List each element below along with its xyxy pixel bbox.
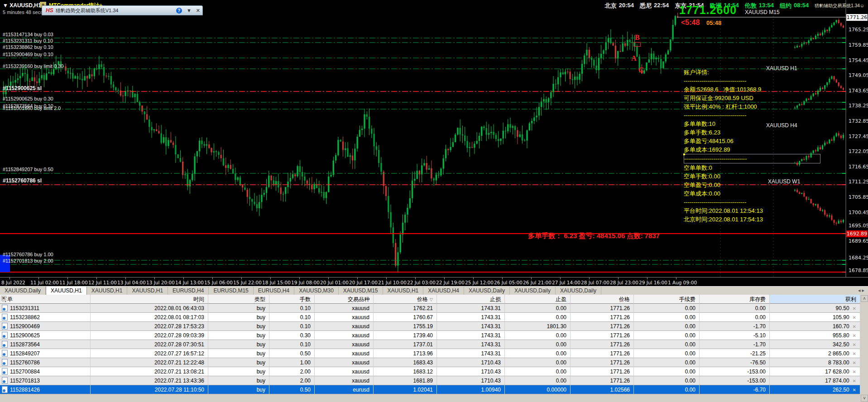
chart-tab[interactable]: EURUSD,H4 [168, 287, 209, 295]
close-order-icon[interactable]: ✕ [853, 351, 856, 356]
table-header-cell[interactable]: 库存费 [700, 295, 770, 304]
mini-chart-label: XAUUSD H1 [766, 65, 797, 72]
orders-panel-close-icon[interactable]: ✕ [1, 296, 6, 301]
table-header-cell[interactable]: 手续费 [634, 295, 700, 304]
table-cell: 0.00 [505, 358, 571, 367]
table-cell: 2022.07.28 07:30:51 [91, 340, 208, 349]
time-axis-label: 20 Jul 17:00 [349, 280, 378, 285]
chart-tab[interactable]: XAUUSD,Daily [464, 287, 510, 295]
time-axis-tick [502, 278, 503, 279]
table-cell: 1771.26 [571, 358, 634, 367]
table-scroll-up-button[interactable]: ˄ [861, 295, 868, 302]
table-cell: 1153238862 [0, 313, 91, 322]
time-axis-label: 13 Jul 04:00 [117, 280, 146, 285]
close-order-icon[interactable]: ✕ [853, 378, 856, 383]
close-order-icon[interactable]: ✕ [853, 315, 856, 320]
table-row[interactable]: 11527008842022.07.21 13:08:21buy2.00xauu… [0, 367, 860, 376]
symbol-period-dropdown[interactable]: ▼ XAUUSD,H1 [3, 2, 41, 9]
dialog-close-icon[interactable]: ✕ [196, 8, 200, 14]
time-axis-tick [647, 278, 647, 279]
chart-tab[interactable]: XAUUSD,H1 [46, 287, 87, 295]
chart-tab[interactable]: XAUUSD,Daily [556, 287, 601, 295]
main-chart: ▼ XAUUSD,H1 + MTCommander统计+ 5 minutes 4… [0, 0, 868, 277]
table-cell: 0.00 [700, 304, 770, 313]
chart-tab[interactable]: XAUUSD,H1 [383, 287, 424, 295]
table-row[interactable]: 11528735642022.07.28 07:30:51buy0.10xauu… [0, 340, 860, 349]
table-cell: 160.70✕ [770, 322, 860, 331]
table-row[interactable]: 11527607862022.07.21 12:22:48buy1.00xauu… [0, 358, 860, 367]
chart-tab[interactable]: XAUUSD,H4 [423, 287, 464, 295]
table-cell: 1152700884 [0, 367, 91, 376]
table-cell: 0.30 [269, 331, 315, 340]
world-clock-item: 纽约08:54 [780, 2, 809, 10]
table-cell: 0.10 [269, 304, 315, 313]
chart-tab[interactable]: XAUUSD,M30 [294, 287, 339, 295]
table-cell: buy [208, 322, 269, 331]
time-axis-label: 22 Jul 19:00 [436, 280, 465, 285]
assistant-dialog-titlebar[interactable]: HS 猎豹趋势交易辅助系统V1.34 ? ▼ ✕ [42, 5, 203, 15]
chart-tab[interactable]: EURUSD,M15 [209, 287, 253, 295]
table-cell: buy [208, 340, 269, 349]
table-row[interactable]: 11532388622022.08.01 08:17:03buy0.10xauu… [0, 313, 860, 322]
order-doc-icon [2, 350, 8, 357]
close-order-icon[interactable]: ✕ [853, 324, 856, 329]
time-axis-label: 22 Jul 03:00 [407, 280, 436, 285]
table-scroll-down-button[interactable]: ˅ [861, 395, 868, 402]
chart-tab[interactable]: EURUSD,H4 [254, 287, 294, 295]
close-order-icon[interactable]: ✕ [853, 360, 856, 365]
table-cell: buy [208, 304, 269, 313]
table-header-cell[interactable]: 手数 [269, 295, 315, 304]
tab-scroll-arrows[interactable]: ◂ ▸ [858, 287, 868, 295]
table-cell: buy [208, 385, 269, 394]
chart-tab[interactable]: XAUUSD,M15 [339, 287, 383, 295]
price-axis-label: 1743.65 [849, 88, 868, 94]
chart-tab[interactable]: XAUUSD,Daily [510, 287, 556, 295]
table-header-cell[interactable]: 价格▽ [374, 295, 437, 304]
table-header-cell[interactable]: 价格 [571, 295, 634, 304]
table-header-cell[interactable]: 订单 [0, 295, 91, 304]
time-axis-label: 15 Jul 22:00 [233, 280, 262, 285]
table-cell: 0.00 [505, 304, 571, 313]
table-cell: buy [208, 358, 269, 367]
table-header-cell[interactable]: 类型 [208, 295, 269, 304]
time-axis-tick [241, 278, 242, 279]
table-cell: 1152900625 [0, 331, 91, 340]
table-cell: -21.25 [700, 349, 770, 358]
table-row[interactable]: 11532313112022.08.01 06:43:03buy0.10xauu… [0, 304, 860, 313]
table-row[interactable]: 11527018132022.07.21 13:43:36buy2.00xauu… [0, 376, 860, 385]
table-row[interactable]: 11529006252022.07.28 09:03:39buy0.30xauu… [0, 331, 860, 340]
time-axis-label: 27 Jul 14:00 [552, 280, 580, 285]
close-order-icon[interactable]: ✕ [853, 333, 856, 338]
table-header-cell[interactable]: 时间 [91, 295, 208, 304]
close-order-icon[interactable]: ✕ [853, 388, 856, 392]
close-order-icon[interactable]: ✕ [853, 369, 856, 374]
table-row[interactable]: 11528492072022.07.27 16:57:12buy0.50xauu… [0, 349, 860, 358]
chart-tab[interactable]: XAUUSD,H1 [87, 287, 128, 295]
cost-price-tag: 1692.89 [846, 230, 868, 237]
table-cell: 2 865.00✕ [770, 349, 860, 358]
table-header-cell[interactable]: 止损 [437, 295, 505, 304]
chart-tab[interactable]: XAUUSD,Daily [0, 287, 46, 295]
table-header-cell[interactable]: 获利 [770, 295, 860, 304]
chart-letter-marker: C [638, 66, 644, 74]
table-cell: 1743.31 [437, 313, 505, 322]
mini-chart-label: XAUUSD M15 [745, 9, 780, 15]
table-header-cell[interactable]: 止盈 [505, 295, 571, 304]
table-row[interactable]: 11528814262022.07.28 11:10:50buy0.50euru… [0, 385, 860, 394]
close-order-icon[interactable]: ✕ [853, 306, 856, 311]
table-row[interactable]: 11529004692022.07.28 17:53:23buy0.10xauu… [0, 322, 860, 331]
table-header-cell[interactable]: 交易品种 [315, 295, 374, 304]
table-cell: -153.00 [700, 367, 770, 376]
close-order-icon[interactable]: ✕ [853, 342, 856, 347]
time-axis-tick [10, 278, 10, 279]
table-cell: 2022.07.28 11:10:50 [91, 385, 208, 394]
clock-city: 北京 [605, 2, 617, 10]
table-cell: 0.00 [634, 304, 700, 313]
table-cell: xauusd [315, 376, 374, 385]
chart-tab[interactable]: XAUUSD,H1 [127, 287, 168, 295]
dialog-collapse-icon[interactable]: ▼ [187, 8, 192, 13]
table-cell: 1710.43 [437, 358, 505, 367]
table-cell: 0.10 [269, 340, 315, 349]
time-axis-label: 8 Jul 2022 [1, 280, 25, 285]
dialog-help-icon[interactable]: ? [176, 8, 182, 14]
